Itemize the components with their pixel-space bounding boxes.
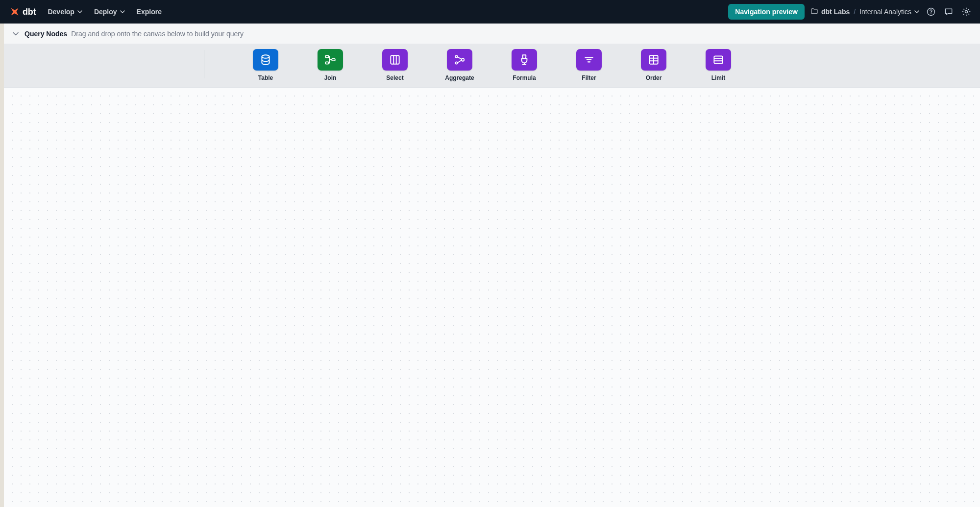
query-nodes-hint: Drag and drop onto the canvas below to b… (71, 30, 244, 38)
left-rail (0, 24, 4, 507)
join-icon (318, 49, 343, 71)
order-icon (641, 49, 666, 71)
menu-deploy-label: Deploy (94, 8, 117, 16)
chevron-down-icon (914, 9, 919, 14)
chevron-down-icon (77, 9, 82, 14)
dbt-logo-icon (10, 7, 20, 17)
menu-deploy[interactable]: Deploy (94, 8, 125, 16)
aggregate-icon (447, 49, 472, 71)
query-nodes-title: Query Nodes (24, 30, 71, 38)
svg-point-2 (965, 11, 968, 13)
svg-rect-6 (332, 59, 335, 61)
menu-explore-label: Explore (137, 8, 162, 16)
settings-gear-icon[interactable] (960, 6, 972, 18)
node-order[interactable]: Order (639, 49, 668, 81)
svg-rect-4 (325, 55, 329, 57)
node-toolbar: Table Join Select (4, 44, 980, 88)
work-area: Query Nodes Drag and drop onto the canva… (0, 24, 980, 507)
node-join-label: Join (324, 74, 337, 81)
node-join[interactable]: Join (316, 49, 345, 81)
table-icon (253, 49, 278, 71)
feedback-icon[interactable] (943, 6, 955, 18)
collapse-toggle[interactable] (8, 26, 24, 42)
chevron-down-icon (120, 9, 125, 14)
filter-icon (576, 49, 602, 71)
breadcrumb-org[interactable]: dbt Labs (810, 7, 850, 17)
navigation-preview-button[interactable]: Navigation preview (728, 4, 805, 20)
node-select[interactable]: Select (380, 49, 410, 81)
node-order-label: Order (646, 74, 662, 81)
svg-point-3 (262, 55, 269, 58)
menu-develop[interactable]: Develop (48, 8, 82, 16)
node-filter[interactable]: Filter (574, 49, 604, 81)
node-limit[interactable]: Limit (704, 49, 733, 81)
top-nav: dbt Develop Deploy Explore Navigation pr… (0, 0, 980, 24)
query-nodes-header: Query Nodes Drag and drop onto the canva… (4, 24, 980, 44)
folder-icon (810, 7, 818, 17)
node-formula-label: Formula (513, 74, 536, 81)
svg-rect-7 (391, 55, 399, 64)
menu-develop-label: Develop (48, 8, 74, 16)
help-icon[interactable] (925, 6, 937, 18)
svg-point-1 (931, 13, 931, 14)
svg-point-10 (462, 58, 464, 61)
main-menu: Develop Deploy Explore (48, 8, 162, 16)
node-aggregate[interactable]: Aggregate (445, 49, 474, 81)
node-filter-label: Filter (582, 74, 596, 81)
nav-right: Navigation preview dbt Labs / Internal A… (728, 4, 972, 20)
svg-rect-12 (714, 56, 722, 63)
brand-logo[interactable]: dbt (10, 7, 36, 17)
main-panel: Query Nodes Drag and drop onto the canva… (4, 24, 980, 507)
breadcrumb-separator: / (854, 8, 856, 16)
node-table[interactable]: Table (251, 49, 280, 81)
node-limit-label: Limit (711, 74, 726, 81)
app-root: dbt Develop Deploy Explore Navigation pr… (0, 0, 980, 507)
node-formula[interactable]: Formula (510, 49, 539, 81)
query-canvas[interactable] (4, 88, 980, 507)
breadcrumb-org-label: dbt Labs (821, 8, 850, 16)
node-select-label: Select (386, 74, 403, 81)
breadcrumb-project[interactable]: Internal Analytics (859, 8, 919, 16)
limit-icon (706, 49, 731, 71)
node-aggregate-label: Aggregate (445, 74, 474, 81)
select-icon (382, 49, 408, 71)
menu-explore[interactable]: Explore (137, 8, 162, 16)
svg-rect-5 (325, 62, 329, 64)
brand-text: dbt (23, 7, 36, 17)
breadcrumb-project-label: Internal Analytics (859, 8, 911, 16)
breadcrumb: dbt Labs / Internal Analytics (810, 7, 919, 17)
node-table-label: Table (258, 74, 273, 81)
formula-icon (512, 49, 537, 71)
